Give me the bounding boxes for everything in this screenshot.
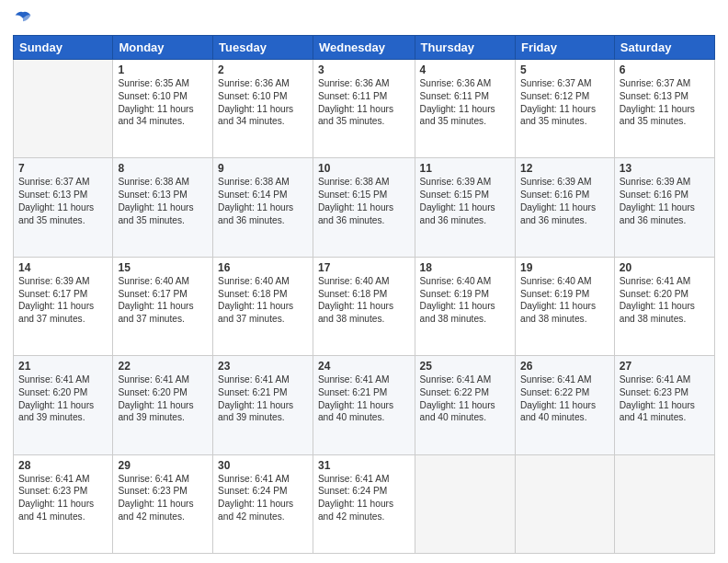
calendar-table: SundayMondayTuesdayWednesdayThursdayFrid…: [13, 35, 715, 554]
weekday-header-monday: Monday: [113, 36, 213, 60]
day-number: 20: [620, 261, 710, 274]
calendar-cell: [415, 454, 515, 553]
calendar-cell: 18Sunrise: 6:40 AMSunset: 6:19 PMDayligh…: [415, 257, 515, 355]
day-info: Sunrise: 6:40 AMSunset: 6:19 PMDaylight:…: [420, 275, 510, 326]
day-info: Sunrise: 6:40 AMSunset: 6:19 PMDaylight:…: [520, 275, 609, 326]
calendar-cell: 15Sunrise: 6:40 AMSunset: 6:17 PMDayligh…: [113, 257, 213, 355]
calendar-cell: 19Sunrise: 6:40 AMSunset: 6:19 PMDayligh…: [515, 257, 614, 355]
day-info: Sunrise: 6:39 AMSunset: 6:17 PMDaylight:…: [18, 275, 108, 326]
day-info: Sunrise: 6:38 AMSunset: 6:14 PMDaylight:…: [218, 176, 308, 226]
day-number: 15: [118, 261, 208, 274]
day-info: Sunrise: 6:35 AMSunset: 6:10 PMDaylight:…: [118, 77, 208, 128]
calendar-cell: 21Sunrise: 6:41 AMSunset: 6:20 PMDayligh…: [14, 356, 113, 454]
weekday-header-tuesday: Tuesday: [213, 36, 313, 60]
day-info: Sunrise: 6:41 AMSunset: 6:23 PMDaylight:…: [620, 373, 710, 424]
weekday-header-thursday: Thursday: [415, 36, 515, 60]
day-number: 14: [18, 261, 108, 274]
day-info: Sunrise: 6:41 AMSunset: 6:20 PMDaylight:…: [18, 373, 108, 424]
calendar-cell: 2Sunrise: 6:36 AMSunset: 6:10 PMDaylight…: [213, 60, 313, 158]
weekday-header-sunday: Sunday: [14, 36, 113, 60]
day-info: Sunrise: 6:36 AMSunset: 6:11 PMDaylight:…: [318, 77, 410, 128]
day-info: Sunrise: 6:41 AMSunset: 6:22 PMDaylight:…: [520, 373, 609, 424]
weekday-header-wednesday: Wednesday: [313, 36, 415, 60]
day-info: Sunrise: 6:41 AMSunset: 6:20 PMDaylight:…: [620, 275, 710, 326]
calendar-cell: 26Sunrise: 6:41 AMSunset: 6:22 PMDayligh…: [515, 356, 614, 454]
day-number: 23: [218, 360, 308, 373]
calendar-cell: 16Sunrise: 6:40 AMSunset: 6:18 PMDayligh…: [213, 257, 313, 355]
logo-bird-icon: [14, 9, 32, 28]
calendar-cell: [515, 454, 614, 553]
page: SundayMondayTuesdayWednesdayThursdayFrid…: [0, 0, 728, 563]
logo: [13, 9, 32, 28]
day-info: Sunrise: 6:38 AMSunset: 6:15 PMDaylight:…: [318, 176, 410, 226]
calendar-cell: 10Sunrise: 6:38 AMSunset: 6:15 PMDayligh…: [313, 158, 415, 257]
day-number: 2: [218, 63, 308, 76]
day-info: Sunrise: 6:36 AMSunset: 6:11 PMDaylight:…: [420, 77, 510, 128]
calendar-cell: 6Sunrise: 6:37 AMSunset: 6:13 PMDaylight…: [614, 60, 714, 158]
day-info: Sunrise: 6:37 AMSunset: 6:13 PMDaylight:…: [620, 77, 710, 128]
day-info: Sunrise: 6:41 AMSunset: 6:21 PMDaylight:…: [318, 373, 410, 424]
day-number: 29: [118, 459, 208, 472]
calendar-cell: 23Sunrise: 6:41 AMSunset: 6:21 PMDayligh…: [213, 356, 313, 454]
day-info: Sunrise: 6:41 AMSunset: 6:20 PMDaylight:…: [118, 373, 208, 424]
calendar-week-row: 21Sunrise: 6:41 AMSunset: 6:20 PMDayligh…: [14, 356, 715, 454]
day-info: Sunrise: 6:39 AMSunset: 6:16 PMDaylight:…: [620, 176, 710, 226]
day-number: 13: [620, 162, 710, 175]
calendar-cell: 4Sunrise: 6:36 AMSunset: 6:11 PMDaylight…: [415, 60, 515, 158]
day-number: 28: [18, 459, 108, 472]
calendar-week-row: 28Sunrise: 6:41 AMSunset: 6:23 PMDayligh…: [14, 454, 715, 553]
day-info: Sunrise: 6:41 AMSunset: 6:24 PMDaylight:…: [218, 473, 308, 523]
calendar-cell: 13Sunrise: 6:39 AMSunset: 6:16 PMDayligh…: [614, 158, 714, 257]
calendar-cell: 7Sunrise: 6:37 AMSunset: 6:13 PMDaylight…: [14, 158, 113, 257]
day-info: Sunrise: 6:37 AMSunset: 6:12 PMDaylight:…: [520, 77, 609, 128]
day-number: 6: [620, 63, 710, 76]
calendar-cell: 17Sunrise: 6:40 AMSunset: 6:18 PMDayligh…: [313, 257, 415, 355]
day-info: Sunrise: 6:40 AMSunset: 6:18 PMDaylight:…: [318, 275, 410, 326]
day-number: 10: [318, 162, 410, 175]
calendar-cell: 20Sunrise: 6:41 AMSunset: 6:20 PMDayligh…: [614, 257, 714, 355]
day-number: 1: [118, 63, 208, 76]
day-number: 19: [520, 261, 609, 274]
day-number: 25: [420, 360, 510, 373]
calendar-cell: 3Sunrise: 6:36 AMSunset: 6:11 PMDaylight…: [313, 60, 415, 158]
day-info: Sunrise: 6:41 AMSunset: 6:21 PMDaylight:…: [218, 373, 308, 424]
header: [13, 9, 715, 28]
calendar-week-row: 14Sunrise: 6:39 AMSunset: 6:17 PMDayligh…: [14, 257, 715, 355]
day-number: 4: [420, 63, 510, 76]
calendar-cell: [14, 60, 113, 158]
day-number: 5: [520, 63, 609, 76]
day-number: 22: [118, 360, 208, 373]
calendar-cell: 30Sunrise: 6:41 AMSunset: 6:24 PMDayligh…: [213, 454, 313, 553]
day-number: 8: [118, 162, 208, 175]
calendar-cell: [614, 454, 714, 553]
day-info: Sunrise: 6:36 AMSunset: 6:10 PMDaylight:…: [218, 77, 308, 128]
day-info: Sunrise: 6:41 AMSunset: 6:24 PMDaylight:…: [318, 473, 410, 523]
day-info: Sunrise: 6:38 AMSunset: 6:13 PMDaylight:…: [118, 176, 208, 226]
calendar-cell: 1Sunrise: 6:35 AMSunset: 6:10 PMDaylight…: [113, 60, 213, 158]
calendar-cell: 12Sunrise: 6:39 AMSunset: 6:16 PMDayligh…: [515, 158, 614, 257]
day-number: 17: [318, 261, 410, 274]
calendar-cell: 28Sunrise: 6:41 AMSunset: 6:23 PMDayligh…: [14, 454, 113, 553]
day-number: 27: [620, 360, 710, 373]
logo-text: [13, 9, 32, 28]
calendar-cell: 9Sunrise: 6:38 AMSunset: 6:14 PMDaylight…: [213, 158, 313, 257]
calendar-week-row: 1Sunrise: 6:35 AMSunset: 6:10 PMDaylight…: [14, 60, 715, 158]
calendar-cell: 22Sunrise: 6:41 AMSunset: 6:20 PMDayligh…: [113, 356, 213, 454]
day-number: 21: [18, 360, 108, 373]
calendar-cell: 31Sunrise: 6:41 AMSunset: 6:24 PMDayligh…: [313, 454, 415, 553]
calendar-cell: 14Sunrise: 6:39 AMSunset: 6:17 PMDayligh…: [14, 257, 113, 355]
day-number: 11: [420, 162, 510, 175]
day-info: Sunrise: 6:41 AMSunset: 6:22 PMDaylight:…: [420, 373, 510, 424]
day-number: 31: [318, 459, 410, 472]
day-number: 26: [520, 360, 609, 373]
calendar-cell: 11Sunrise: 6:39 AMSunset: 6:15 PMDayligh…: [415, 158, 515, 257]
calendar-week-row: 7Sunrise: 6:37 AMSunset: 6:13 PMDaylight…: [14, 158, 715, 257]
calendar-cell: 8Sunrise: 6:38 AMSunset: 6:13 PMDaylight…: [113, 158, 213, 257]
day-info: Sunrise: 6:41 AMSunset: 6:23 PMDaylight:…: [118, 473, 208, 523]
day-info: Sunrise: 6:37 AMSunset: 6:13 PMDaylight:…: [18, 176, 108, 226]
day-info: Sunrise: 6:40 AMSunset: 6:17 PMDaylight:…: [118, 275, 208, 326]
day-number: 9: [218, 162, 308, 175]
weekday-header-friday: Friday: [515, 36, 614, 60]
day-number: 7: [18, 162, 108, 175]
calendar-cell: 27Sunrise: 6:41 AMSunset: 6:23 PMDayligh…: [614, 356, 714, 454]
